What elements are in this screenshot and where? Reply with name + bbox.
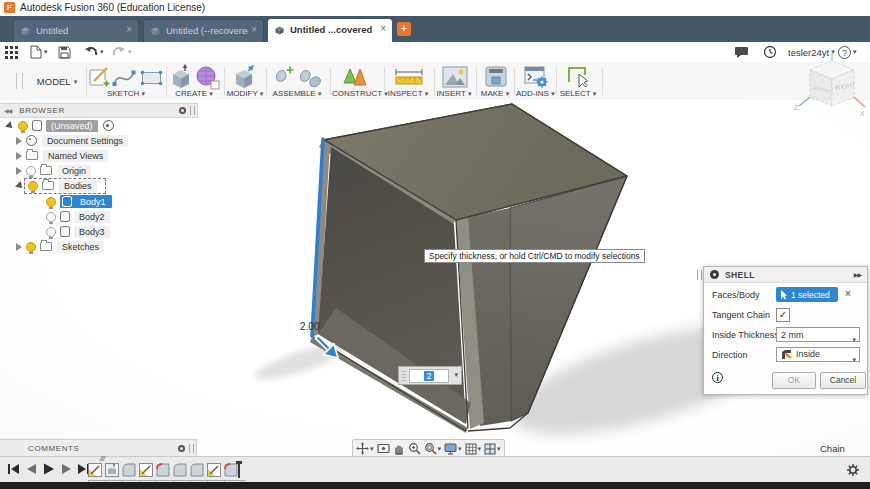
timeline-feature-fillet[interactable] bbox=[173, 463, 187, 477]
select-icon[interactable] bbox=[567, 66, 591, 89]
dropdown-caret-icon[interactable]: ▾ bbox=[852, 332, 856, 347]
browser-row-origin[interactable]: Origin bbox=[16, 163, 91, 178]
tree-item-label[interactable]: Sketches bbox=[57, 241, 104, 253]
input-drag-handle[interactable] bbox=[401, 369, 406, 381]
view-cube[interactable]: FRONT RIGHT Z X bbox=[794, 54, 870, 120]
save-button[interactable] bbox=[58, 44, 71, 60]
timeline-feature-sketch[interactable] bbox=[139, 463, 153, 477]
ribbon-grip[interactable] bbox=[16, 73, 23, 89]
cancel-button[interactable]: Cancel bbox=[820, 372, 866, 389]
group-label-select[interactable]: SELECT ▾ bbox=[558, 89, 598, 98]
comment-button[interactable] bbox=[734, 44, 749, 60]
undo-button[interactable]: ▾ bbox=[84, 44, 104, 60]
expand-triangle-icon[interactable] bbox=[15, 181, 25, 191]
tree-item-label[interactable]: Named Views bbox=[43, 150, 108, 162]
visibility-bulb-icon[interactable] bbox=[18, 121, 28, 131]
dialog-dock-grip[interactable] bbox=[697, 270, 702, 280]
tab-untitled-recovered-2-active[interactable]: Untitled ...covered)* × bbox=[268, 19, 392, 42]
group-label-create[interactable]: CREATE ▾ bbox=[168, 89, 220, 98]
group-label-assemble[interactable]: ASSEMBLE ▾ bbox=[268, 89, 326, 98]
tab-untitled-1[interactable]: Untitled × bbox=[13, 19, 139, 43]
timeline-feature-fillet-red[interactable] bbox=[224, 463, 238, 477]
tree-item-label[interactable]: Body3 bbox=[74, 226, 110, 238]
activate-component-radio[interactable] bbox=[103, 120, 114, 131]
visibility-bulb-icon[interactable] bbox=[26, 166, 36, 176]
file-menu-button[interactable]: ▾ bbox=[30, 44, 48, 60]
timeline-settings-gear-icon[interactable] bbox=[846, 463, 860, 477]
ok-button[interactable]: OK bbox=[772, 372, 816, 389]
dropdown-caret-icon[interactable]: ▾ bbox=[454, 371, 458, 379]
tree-item-label[interactable]: Bodies bbox=[59, 180, 97, 192]
history-button[interactable] bbox=[763, 44, 777, 60]
tab-untitled-recovered-1[interactable]: Untitled (--recovered)* × bbox=[143, 19, 264, 43]
visibility-bulb-icon[interactable] bbox=[46, 227, 56, 237]
scripts-addins-icon[interactable] bbox=[524, 66, 548, 88]
group-label-sketch[interactable]: SKETCH ▾ bbox=[88, 89, 164, 98]
browser-panel-header[interactable]: ◀◀ BROWSER bbox=[0, 103, 198, 118]
expand-triangle-icon[interactable] bbox=[16, 167, 22, 175]
shell-dialog-header[interactable]: SHELL ▶▶ bbox=[704, 267, 867, 283]
browser-row-document-settings[interactable]: Document Settings bbox=[16, 133, 128, 148]
thickness-input-box[interactable]: 2 ▾ bbox=[398, 366, 462, 385]
group-label-addins[interactable]: ADD-INS ▾ bbox=[516, 89, 554, 98]
pan-button[interactable] bbox=[393, 443, 405, 455]
root-document-label[interactable]: (Unsaved) bbox=[46, 120, 98, 132]
visibility-bulb-icon[interactable] bbox=[46, 197, 56, 207]
timeline-feature-sketch[interactable] bbox=[207, 463, 221, 477]
timeline-step-forward-button[interactable] bbox=[61, 463, 72, 475]
tab-close-icon[interactable]: × bbox=[251, 24, 257, 35]
joint-icon[interactable] bbox=[298, 66, 322, 90]
expand-triangle-icon[interactable] bbox=[16, 137, 22, 145]
browser-row-bodies[interactable]: Bodies bbox=[16, 178, 97, 193]
browser-row-named-views[interactable]: Named Views bbox=[16, 148, 108, 163]
panel-resize-grip[interactable] bbox=[189, 444, 194, 453]
redo-button[interactable]: ▾ bbox=[112, 44, 132, 60]
timeline-step-back-button[interactable] bbox=[26, 463, 37, 475]
group-label-make[interactable]: MAKE ▾ bbox=[478, 89, 512, 98]
timeline-playhead[interactable] bbox=[238, 461, 240, 478]
workspace-selector[interactable]: MODEL ▾ bbox=[28, 71, 86, 92]
browser-row-body2[interactable]: Body2 bbox=[46, 209, 110, 224]
insert-canvas-icon[interactable] bbox=[442, 66, 468, 88]
inside-thickness-input[interactable]: 2 mm ▾ bbox=[776, 327, 860, 342]
form-icon[interactable] bbox=[195, 65, 221, 91]
visibility-bulb-icon[interactable] bbox=[46, 212, 56, 222]
app-grid-button[interactable] bbox=[5, 44, 18, 60]
timeline-go-to-start-button[interactable] bbox=[8, 463, 20, 475]
viewports-button[interactable]: ▾ bbox=[484, 443, 501, 455]
tree-item-label[interactable]: Origin bbox=[57, 165, 91, 177]
group-label-insert[interactable]: INSERT ▾ bbox=[436, 89, 472, 98]
panel-resize-grip[interactable] bbox=[190, 106, 195, 115]
browser-root-row[interactable]: (Unsaved) bbox=[6, 118, 114, 133]
browser-row-body3[interactable]: Body3 bbox=[46, 224, 110, 239]
selected-body-chip[interactable]: Body1 bbox=[60, 195, 112, 208]
faces-selected-button[interactable]: 1 selected bbox=[776, 287, 838, 302]
collapse-panel-icon[interactable]: ◀◀ bbox=[4, 107, 11, 114]
orbit-button[interactable]: ▾ bbox=[356, 442, 374, 455]
info-icon[interactable]: i bbox=[712, 372, 723, 383]
expand-dialog-icon[interactable]: ▶▶ bbox=[854, 271, 861, 278]
clear-selection-icon[interactable]: × bbox=[845, 288, 851, 299]
comments-panel-header[interactable]: COMMENTS bbox=[0, 439, 197, 457]
browser-row-sketches[interactable]: Sketches bbox=[16, 239, 104, 254]
timeline-feature-sketch[interactable] bbox=[88, 463, 102, 477]
tangent-chain-checkbox[interactable]: ✓ bbox=[776, 308, 790, 322]
extrude-icon[interactable] bbox=[169, 64, 193, 90]
tab-close-icon[interactable]: × bbox=[380, 23, 386, 34]
grid-display-button[interactable]: ▾ bbox=[465, 443, 482, 455]
panel-options-icon[interactable] bbox=[178, 445, 185, 452]
visibility-bulb-icon[interactable] bbox=[28, 181, 38, 191]
display-settings-button[interactable]: ▾ bbox=[444, 443, 462, 455]
expand-triangle-icon[interactable] bbox=[16, 243, 22, 251]
timeline-feature-fillet[interactable] bbox=[190, 463, 204, 477]
visibility-bulb-icon[interactable] bbox=[26, 242, 36, 252]
measure-icon[interactable] bbox=[394, 69, 424, 85]
expand-triangle-icon[interactable] bbox=[5, 121, 15, 131]
group-label-modify[interactable]: MODIFY ▾ bbox=[226, 89, 264, 98]
3d-print-icon[interactable] bbox=[484, 66, 508, 88]
thickness-input[interactable]: 2 bbox=[409, 369, 449, 383]
expand-triangle-icon[interactable] bbox=[16, 152, 22, 160]
zoom-button[interactable] bbox=[408, 442, 421, 455]
group-label-construct[interactable]: CONSTRUCT ▾ bbox=[332, 89, 376, 98]
dropdown-caret-icon[interactable]: ▾ bbox=[852, 352, 856, 367]
